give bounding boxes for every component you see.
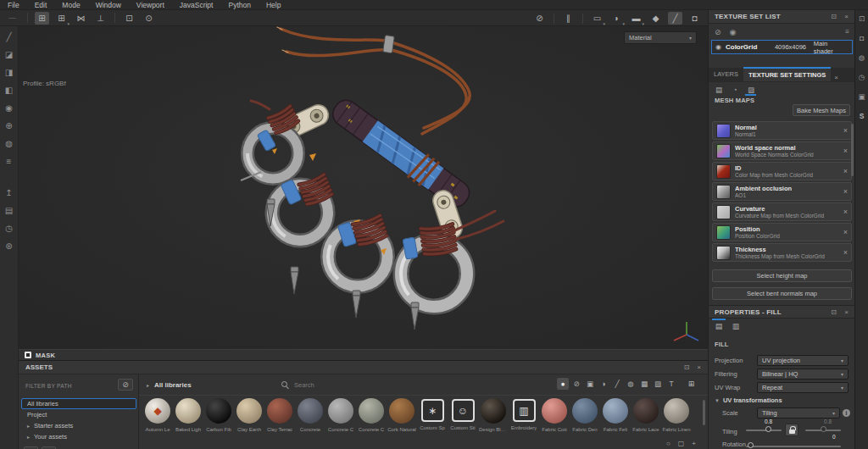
menu-edit[interactable]: Edit xyxy=(27,0,55,10)
lock-icon[interactable] xyxy=(785,424,798,436)
asset-item[interactable]: Fabric Den xyxy=(570,398,600,432)
uv-wrap-dropdown[interactable]: Repeat▾ xyxy=(757,382,849,393)
bake-mesh-maps-button[interactable]: Bake Mesh Maps xyxy=(793,104,850,116)
filter-brushes-icon[interactable]: ╱ xyxy=(611,378,623,390)
pencil-icon[interactable]: ╱ xyxy=(668,12,682,25)
lazy-mouse-icon[interactable]: ⊥ xyxy=(93,12,108,25)
hide-all-icon[interactable]: ⊘ xyxy=(715,28,721,36)
normals-icon[interactable]: ▨ xyxy=(745,85,757,95)
info-icon[interactable]: i xyxy=(843,409,850,417)
mesh-map-row[interactable]: CurvatureCurvature Map from Mesh ColorGr… xyxy=(712,202,852,221)
shader-mode-icon[interactable]: ◗▾ xyxy=(609,12,624,25)
grid-view-icon[interactable]: ⊞ xyxy=(685,378,698,390)
tab-texture-set-settings[interactable]: TEXTURE SET SETTINGS xyxy=(743,67,831,81)
tree-item-project[interactable]: Project xyxy=(21,409,136,420)
remove-map-icon[interactable]: × xyxy=(843,228,848,236)
show-all-icon[interactable]: ◉ xyxy=(730,28,737,36)
pivot-icon[interactable]: ⊙ xyxy=(142,12,156,25)
asset-item[interactable]: Design Blunt xyxy=(478,398,509,432)
mesh-map-row[interactable]: PositionPosition ColorGrid × xyxy=(712,223,852,241)
mesh-maps-scrollbar[interactable] xyxy=(851,124,854,176)
physical-brush-icon[interactable]: ◆ xyxy=(648,12,663,25)
mesh-map-row[interactable]: World space normalWorld Space Normals Co… xyxy=(712,141,852,160)
breadcrumb[interactable]: All libraries xyxy=(154,381,192,389)
filter-smart-materials-icon[interactable]: ⊘ xyxy=(570,378,582,390)
tree-item-your-assets[interactable]: ▸Your assets xyxy=(21,431,136,442)
remove-map-icon[interactable]: × xyxy=(843,208,848,216)
menu-viewport[interactable]: Viewport xyxy=(129,0,172,10)
menu-javascript[interactable]: JavaScript xyxy=(172,0,221,10)
smudge-tool-icon[interactable]: ◉ xyxy=(3,101,16,114)
rotation-slider[interactable] xyxy=(746,446,841,447)
symmetry-icon[interactable]: ⋈ xyxy=(74,12,88,25)
material-tab-icon[interactable]: ▥ xyxy=(729,320,743,331)
close-icon[interactable]: × xyxy=(831,74,842,81)
asset-item[interactable]: ☺Custom Sti xyxy=(448,398,478,432)
close-icon[interactable]: × xyxy=(697,363,701,371)
list-options-icon[interactable]: ≡ xyxy=(845,28,849,36)
camera-mode-icon[interactable]: ▬▾ xyxy=(629,12,643,25)
remove-map-icon[interactable]: × xyxy=(843,147,848,155)
shading-mode-dropdown[interactable]: Material ▾ xyxy=(624,31,697,44)
scale-dropdown[interactable]: Tiling▾ xyxy=(757,407,840,419)
resources-icon[interactable]: ▤ xyxy=(3,203,16,217)
asset-item[interactable]: Fabric Cott xyxy=(539,398,570,432)
close-icon[interactable]: × xyxy=(844,13,849,20)
camera-capture-icon[interactable]: ◘ xyxy=(687,12,702,25)
fill-mode-icon[interactable]: ⊞▾ xyxy=(54,12,69,25)
filter-smart-masks-icon[interactable]: ▣ xyxy=(584,378,596,390)
toolbar-drag-handle[interactable]: — xyxy=(8,14,16,22)
resolution-icon[interactable]: ◔ xyxy=(729,85,741,95)
tiling-slider-y[interactable] xyxy=(805,430,841,431)
asset-item[interactable]: ◆Autumn Le xyxy=(142,398,173,432)
tab-layers[interactable]: LAYERS xyxy=(709,67,743,81)
tiling-slider-knob[interactable] xyxy=(765,426,771,432)
assets-scrollbar[interactable] xyxy=(703,400,705,425)
add-asset-icon[interactable]: + xyxy=(692,440,696,447)
dock-history-icon[interactable]: ◷ xyxy=(857,72,867,82)
channels-icon[interactable]: ▤ xyxy=(713,85,725,95)
dock-display-icon[interactable]: ▣ xyxy=(857,91,867,102)
filter-procedurals-icon[interactable]: ▦ xyxy=(638,378,650,390)
display-mode-icon[interactable]: ▭▾ xyxy=(590,12,604,25)
asset-item[interactable]: Concrete xyxy=(295,398,326,432)
mesh-map-row[interactable]: NormalNormal1 × xyxy=(712,121,852,140)
asset-item[interactable]: ∗Custom Sp xyxy=(417,398,448,432)
chevron-right-icon[interactable]: ▸ xyxy=(147,382,149,388)
remove-map-icon[interactable]: × xyxy=(843,187,848,196)
history-icon[interactable]: ◷ xyxy=(3,221,16,235)
rotation-slider-knob[interactable] xyxy=(748,442,754,448)
tree-item-starter-assets[interactable]: ▸Starter assets xyxy=(21,420,136,431)
asset-item[interactable]: Fabric Felt xyxy=(600,398,631,432)
fill-tab-icon[interactable]: ▤ xyxy=(712,320,726,331)
select-height-map-button[interactable]: Select height map xyxy=(712,269,852,282)
polygon-fill-tool-icon[interactable]: ◧ xyxy=(3,83,16,97)
dock-home-icon[interactable]: ◘ xyxy=(857,33,867,43)
substance-icon[interactable]: S xyxy=(857,111,867,121)
filter-materials-icon[interactable]: ● xyxy=(557,378,569,390)
asset-item[interactable]: Concrete C xyxy=(356,398,387,432)
quick-mask-tool-icon[interactable]: ≡ xyxy=(3,154,16,168)
clone-tool-icon[interactable]: ⊕ xyxy=(3,119,16,132)
menu-help[interactable]: Help xyxy=(259,0,288,10)
mask-bar[interactable]: MASK xyxy=(19,349,708,360)
tiling-slider-y-knob[interactable] xyxy=(821,426,826,432)
projection-tool-icon[interactable]: ◨ xyxy=(3,65,16,79)
filter-environments-icon[interactable]: ▨ xyxy=(652,378,664,390)
menu-mode[interactable]: Mode xyxy=(54,0,87,10)
search-input[interactable] xyxy=(294,381,404,389)
menu-window[interactable]: Window xyxy=(88,0,129,10)
select-bent-normals-button[interactable]: Select bent normals map xyxy=(712,287,852,300)
texture-set-row[interactable]: ◉ ColorGrid 4096x4096 Main shader xyxy=(711,40,853,54)
remove-map-icon[interactable]: × xyxy=(843,126,848,135)
uv-transformations-toggle[interactable]: ▼ UV transformations xyxy=(709,396,854,404)
float-panel-icon[interactable]: ⊡ xyxy=(831,13,837,20)
mesh-map-row[interactable]: IDColor Map from Mesh ColorGrid × xyxy=(712,162,852,180)
asset-item[interactable]: Baked Ligh xyxy=(173,398,203,432)
filter-particles-icon[interactable]: ◍ xyxy=(625,378,637,390)
sphere-display-icon[interactable]: ○ xyxy=(666,440,670,447)
mesh-map-row[interactable]: ThicknessThickness Map from Mesh ColorGr… xyxy=(712,243,852,262)
asset-item[interactable]: Clay Earth xyxy=(234,398,264,432)
filter-filters-icon[interactable]: ◑ xyxy=(598,378,609,390)
frame-view-icon[interactable]: ⊡ xyxy=(122,12,136,25)
